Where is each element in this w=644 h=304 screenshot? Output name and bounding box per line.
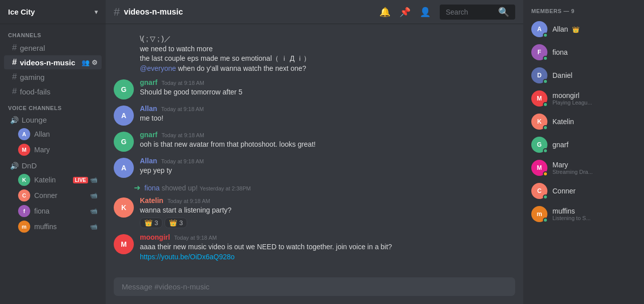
status-dot [543, 194, 548, 199]
member-status: Streaming Dra... [552, 169, 636, 175]
channel-label: gaming [20, 73, 44, 81]
member-avatar: D [531, 67, 547, 83]
status-dot [543, 79, 548, 84]
message-text: ooh is that new avatar from that photosh… [140, 140, 515, 150]
video-icon: 📹 [90, 223, 98, 230]
message-header: Allan Today at 9:18 AM [140, 157, 515, 165]
reaction-emoji: 👑 [144, 219, 152, 227]
reaction-crown-1[interactable]: 👑 3 [140, 218, 163, 228]
search-bar[interactable]: 🔍 [440, 5, 515, 20]
member-item-muffins[interactable]: m muffins Listening to S... [527, 203, 640, 225]
system-timestamp: Yesterday at 2:38PM [200, 185, 251, 191]
channel-label: videos-n-music [20, 58, 75, 67]
message-content: gnarf Today at 9:18 AM ooh is that new a… [140, 131, 515, 152]
avatar: f [18, 205, 30, 217]
table-row: G gnarf Today at 9:18 AM ooh is that new… [106, 129, 523, 154]
server-header[interactable]: Ice City ▾ [0, 0, 106, 24]
server-name: Ice City [8, 8, 35, 16]
message-author[interactable]: moongirl [140, 233, 170, 241]
channel-item-general[interactable]: # general [4, 41, 102, 55]
message-timestamp: Today at 9:18 AM [162, 80, 204, 86]
avatar: G [114, 79, 134, 99]
voice-channel-dnd: 🔊 DnD K Katelin LIVE 📹 C Conner 📹 f [0, 159, 106, 234]
crown-icon: 👑 [572, 26, 580, 33]
message-author[interactable]: Allan [140, 105, 157, 113]
bell-icon[interactable]: 🔔 [379, 7, 390, 18]
channels-header: CHANNELS [0, 24, 106, 40]
avatar: m [18, 221, 30, 233]
message-link: https://youtu.be/OiDx6aQ928o [140, 252, 515, 262]
avatar: A [18, 128, 30, 140]
mention[interactable]: @everyone [140, 64, 176, 72]
member-item-moongirl[interactable]: M moongirl Playing Leagu... [527, 87, 640, 110]
member-item-allan[interactable]: A Allan 👑 [527, 18, 640, 40]
message-timestamp: Today at 9:18 AM [161, 106, 204, 112]
fiona-mention[interactable]: fiona [144, 184, 159, 192]
message-header: gnarf Today at 9:18 AM [140, 78, 515, 86]
member-info: gnarf [552, 141, 636, 149]
message-header: gnarf Today at 9:18 AM [140, 131, 515, 139]
voice-member-katelin[interactable]: K Katelin LIVE 📹 [4, 172, 102, 187]
member-name: Conner [552, 187, 636, 195]
table-row: G gnarf Today at 9:18 AM Should be good … [106, 76, 523, 102]
member-info: Daniel [552, 71, 636, 79]
member-item-katelin[interactable]: K Katelin [527, 111, 640, 133]
member-name: gnarf [552, 141, 636, 149]
settings-icon[interactable]: ⚙ [92, 59, 98, 66]
message-input-area: Message #videos-n-music [106, 273, 523, 304]
voice-member-fiona[interactable]: f fiona 📹 [4, 204, 102, 219]
message-input[interactable]: Message #videos-n-music [114, 277, 515, 296]
voice-member-mary[interactable]: M Mary [4, 142, 102, 157]
member-item-conner[interactable]: C Conner [527, 180, 640, 202]
live-indicator: LIVE [71, 176, 88, 183]
channel-label: food-fails [20, 87, 50, 96]
channel-list: CHANNELS # general # videos-n-music 👥 ⚙ … [0, 24, 106, 304]
members-icon[interactable]: 👥 [82, 59, 90, 66]
avatar: K [18, 174, 30, 186]
pin-icon[interactable]: 📌 [399, 7, 411, 18]
voice-channel-lounge-label[interactable]: 🔊 Lounge [4, 114, 102, 126]
channel-item-food-fails[interactable]: # food-fails [4, 84, 102, 98]
member-item-mary[interactable]: M Mary Streaming Dra... [527, 157, 640, 179]
avatar: K [114, 197, 134, 218]
member-status: Playing Leagu... [552, 99, 636, 106]
channel-item-gaming[interactable]: # gaming [4, 70, 102, 84]
member-avatar: M [531, 90, 547, 107]
message-continued-top: M \( ; ▽ ; )／ we need to watch more the … [106, 32, 523, 75]
voice-channel-dnd-label[interactable]: 🔊 DnD [4, 159, 102, 172]
channel-title: videos-n-music [124, 8, 183, 17]
member-info: Conner [552, 187, 636, 195]
message-author[interactable]: Allan [140, 157, 157, 165]
status-dot [543, 56, 548, 61]
table-row: K Katelin Today at 9:18 AM wanna start a… [106, 194, 523, 230]
voice-member-muffins[interactable]: m muffins 📹 [4, 219, 102, 234]
voice-channels-header: VOICE CHANNELS [0, 99, 106, 113]
search-input[interactable] [446, 8, 494, 16]
channel-icons: 👥 ⚙ [82, 59, 98, 66]
member-avatar: M [531, 160, 547, 176]
voice-member-allan[interactable]: A Allan [4, 127, 102, 142]
member-item-gnarf[interactable]: G gnarf [527, 134, 640, 156]
video-link[interactable]: https://youtu.be/OiDx6aQ928o [140, 253, 234, 261]
message-author[interactable]: gnarf [140, 131, 157, 139]
message-author[interactable]: Katelin [140, 196, 164, 205]
member-avatar: A [531, 21, 547, 37]
reaction-count: 3 [179, 219, 183, 227]
message-author[interactable]: gnarf [140, 78, 157, 86]
status-dot [543, 125, 548, 130]
member-avatar: m [531, 206, 547, 222]
member-avatar: G [531, 137, 547, 153]
hash-icon: # [12, 57, 17, 67]
voice-member-conner[interactable]: C Conner 📹 [4, 188, 102, 203]
reaction-crown-2[interactable]: 👑 3 [165, 218, 187, 228]
hash-icon: # [12, 72, 17, 82]
avatar: A [114, 158, 134, 178]
message-timestamp: Today at 9:18 AM [162, 132, 204, 138]
member-item-daniel[interactable]: D Daniel [527, 64, 640, 86]
members-toggle-icon[interactable]: 👤 [420, 7, 431, 18]
message-header: Allan Today at 9:18 AM [140, 105, 515, 113]
members-panel: MEMBERS — 9 A Allan 👑 F fiona D Dani [523, 0, 644, 304]
members-header: MEMBERS — 9 [527, 8, 640, 14]
channel-item-videos-n-music[interactable]: # videos-n-music 👥 ⚙ [4, 55, 102, 69]
member-item-fiona[interactable]: F fiona [527, 41, 640, 63]
